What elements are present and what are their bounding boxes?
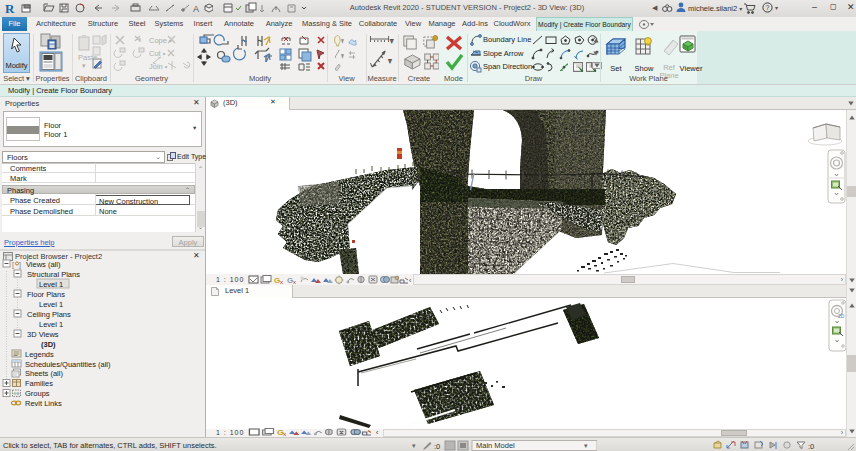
svg-text::0: :0 <box>434 442 440 451</box>
svg-text:Groups: Groups <box>25 389 50 398</box>
svg-text:x: x <box>283 431 286 437</box>
svg-text:▾: ▾ <box>341 37 343 45</box>
svg-text:▾: ▾ <box>389 56 393 64</box>
svg-text:2D: 2D <box>838 313 845 319</box>
svg-text:▾: ▾ <box>341 52 343 60</box>
svg-text:Schedules/Quantities (all): Schedules/Quantities (all) <box>25 360 111 369</box>
svg-text:Join •: Join • <box>149 62 168 71</box>
svg-text:Level 1: Level 1 <box>39 320 63 329</box>
svg-text:]: ] <box>19 261 21 269</box>
svg-text:Level 1: Level 1 <box>39 280 63 289</box>
svg-text:Level 1: Level 1 <box>39 300 63 309</box>
svg-text:Floor Plans: Floor Plans <box>27 290 65 299</box>
svg-text:Cut •: Cut • <box>149 49 166 58</box>
svg-text:3D Views: 3D Views <box>27 330 59 339</box>
svg-text:Ceiling Plans: Ceiling Plans <box>27 310 71 319</box>
svg-text:‹: ‹ <box>376 429 379 437</box>
svg-text:Sheets (all): Sheets (all) <box>25 369 63 378</box>
svg-text::0: :0 <box>808 442 814 451</box>
svg-text:▾: ▾ <box>390 36 394 44</box>
svg-text:▾: ▾ <box>82 62 86 69</box>
svg-text:‹: ‹ <box>409 277 412 284</box>
svg-text:Legends: Legends <box>25 350 54 359</box>
svg-text:▾: ▾ <box>584 442 588 449</box>
svg-text:Families: Families <box>25 379 53 388</box>
svg-text:Views (all): Views (all) <box>26 260 61 269</box>
svg-text:Cope •: Cope • <box>149 36 172 45</box>
svg-text:(3D): (3D) <box>41 340 56 349</box>
svg-text:Structural Plans: Structural Plans <box>27 270 80 279</box>
svg-text:R: R <box>5 1 15 16</box>
svg-text:[: [ <box>12 261 14 269</box>
svg-text:Revit Links: Revit Links <box>25 399 62 408</box>
svg-text:Main Model: Main Model <box>476 441 515 450</box>
svg-text:▾: ▾ <box>412 442 416 449</box>
